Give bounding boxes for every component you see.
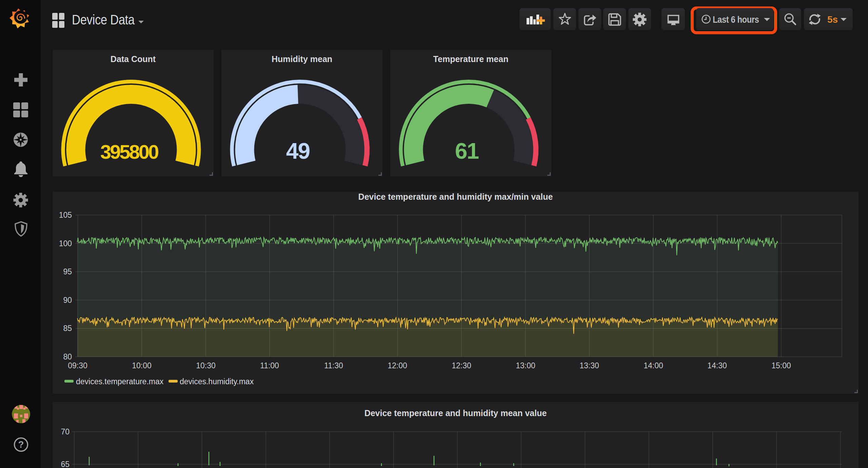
svg-text:12:30: 12:30 xyxy=(452,361,471,370)
svg-text:80: 80 xyxy=(63,352,72,361)
svg-text:14:30: 14:30 xyxy=(707,361,727,370)
svg-text:12:00: 12:00 xyxy=(388,361,407,370)
svg-text:49: 49 xyxy=(286,138,310,163)
svg-text:10:30: 10:30 xyxy=(196,361,216,370)
svg-text:65: 65 xyxy=(61,460,70,468)
svg-text:100: 100 xyxy=(59,239,72,248)
svg-text:90: 90 xyxy=(63,296,72,305)
svg-text:95: 95 xyxy=(63,267,72,276)
svg-text:395800: 395800 xyxy=(100,141,158,163)
svg-text:13:00: 13:00 xyxy=(516,361,535,370)
svg-text:105: 105 xyxy=(59,211,72,219)
svg-text:13:30: 13:30 xyxy=(579,361,599,370)
svg-text:70: 70 xyxy=(61,427,70,436)
svg-text:11:00: 11:00 xyxy=(260,361,279,370)
svg-text:61: 61 xyxy=(455,138,479,163)
svg-text:11:30: 11:30 xyxy=(324,361,343,370)
svg-text:10:00: 10:00 xyxy=(132,361,152,370)
svg-text:09:30: 09:30 xyxy=(68,361,87,370)
svg-text:?: ? xyxy=(18,440,24,450)
svg-text:devices.temperature.max: devices.temperature.max xyxy=(76,377,164,386)
svg-text:85: 85 xyxy=(63,324,72,333)
svg-text:15:00: 15:00 xyxy=(771,361,791,370)
svg-text:14:00: 14:00 xyxy=(644,361,663,370)
svg-text:devices.humidity.max: devices.humidity.max xyxy=(180,377,254,386)
